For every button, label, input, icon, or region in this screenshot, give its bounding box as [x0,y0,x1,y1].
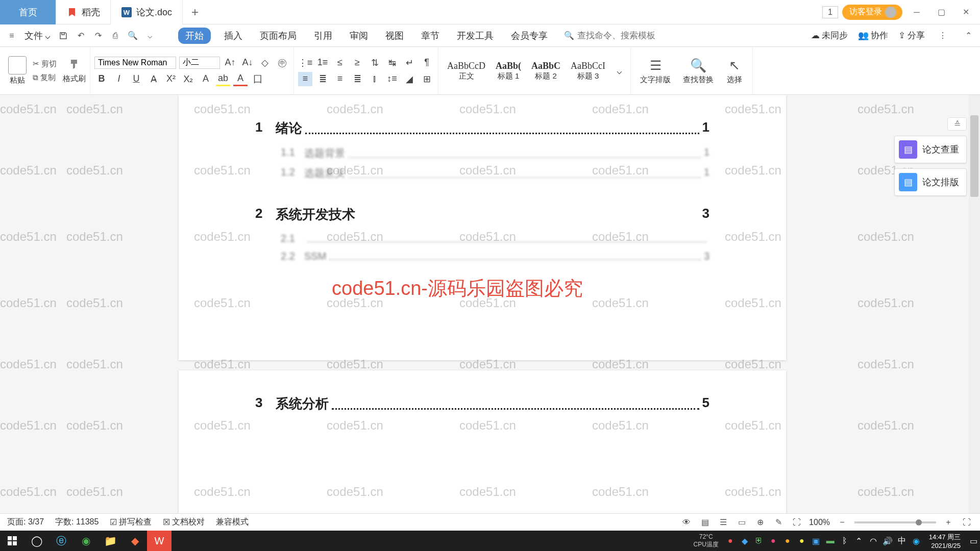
tray-icon[interactable]: ◉ [910,534,923,547]
wifi-icon[interactable]: ◠ [867,534,880,547]
word-count[interactable]: 字数: 11385 [55,517,99,528]
align-right-icon[interactable]: ≡ [333,72,347,86]
redo-icon[interactable]: ↷ [90,28,106,43]
zoom-in-button[interactable]: + [942,516,954,529]
text-layout-button[interactable]: ☰文字排版 [635,57,676,85]
fit-icon[interactable]: ⛶ [791,516,803,529]
font-size-select[interactable] [179,57,220,69]
print-icon[interactable]: ⎙ [108,28,123,43]
subscript-icon[interactable]: X₂ [181,72,195,86]
tray-icon[interactable]: ◆ [738,534,751,547]
taskbar-clock[interactable]: 14:47 周三 2021/8/25 [924,533,966,549]
preview-icon[interactable]: 🔍 [125,28,140,43]
panel-toggle-button[interactable]: ≙ [947,117,967,131]
shading-icon[interactable]: ◢ [402,72,416,86]
menu-tab-vip[interactable]: 会员专享 [507,28,552,44]
cut-button[interactable]: ✂剪切 [33,59,57,69]
font-name-select[interactable] [94,57,176,69]
ime-indicator[interactable]: 中 [895,534,909,547]
select-button[interactable]: ↖选择 [721,57,748,85]
font-color-icon[interactable]: A [233,72,248,86]
tab-char-icon[interactable]: ↹ [385,56,399,70]
share-button[interactable]: ⇪分享 [898,30,925,41]
read-view-icon[interactable]: ▭ [736,516,748,529]
increase-font-icon[interactable]: A↑ [223,56,237,70]
menu-tab-review[interactable]: 审阅 [346,28,372,44]
bluetooth-icon[interactable]: ᛒ [838,534,851,547]
style-normal[interactable]: AaBbCcD正文 [443,59,490,83]
document-page[interactable]: 3系统分析5 [179,370,786,531]
collab-button[interactable]: 👥协作 [858,30,888,41]
find-replace-button[interactable]: 🔍查找替换 [678,57,719,85]
phonetic-icon[interactable]: ㊥ [275,56,289,70]
bold-icon[interactable]: B [94,72,109,86]
text-effects-icon[interactable]: A [199,72,213,86]
style-heading2[interactable]: AaBbC标题 2 [527,59,565,83]
app-icon[interactable]: ◆ [122,531,147,551]
minimize-button[interactable]: ─ [906,2,927,22]
tab-add-button[interactable]: + [183,0,207,24]
chevron-up-icon[interactable]: ⌃ [852,534,866,547]
outline-view-icon[interactable]: ☰ [717,516,729,529]
page-indicator[interactable]: 页面: 3/37 [7,517,44,528]
tab-docker[interactable]: 稻壳 [56,0,111,24]
file-menu[interactable]: 文件⌵ [21,30,54,42]
increase-indent-icon[interactable]: ≥ [350,56,364,70]
command-search[interactable]: 🔍 [564,31,679,41]
highlight-icon[interactable]: ab [216,72,230,86]
italic-icon[interactable]: I [112,72,126,86]
wps-icon[interactable]: W [147,531,172,551]
vertical-scrollbar[interactable] [969,95,980,531]
tray-icon[interactable]: ⛨ [752,534,766,547]
document-workspace[interactable]: 1绪论1 1.1选题背景1 1.2选题意义1 2系统开发技术3 2.1 2.2S… [0,95,969,531]
explorer-icon[interactable]: 📁 [98,531,122,551]
align-center-icon[interactable]: ≣ [315,72,330,86]
web-view-icon[interactable]: ⊕ [754,516,766,529]
zoom-out-button[interactable]: − [836,516,848,529]
hamburger-icon[interactable]: ≡ [4,28,19,43]
strikethrough-icon[interactable]: A̵ [146,72,161,86]
tray-icon[interactable]: ● [795,534,808,547]
ie-icon[interactable]: ⓔ [49,531,74,551]
menu-tab-chapter[interactable]: 章节 [417,28,444,44]
line-spacing-icon[interactable]: ↕≡ [385,72,399,86]
distribute-icon[interactable]: ⫿ [368,72,382,86]
sort-icon[interactable]: ⇅ [368,56,382,70]
page-view-icon[interactable]: ▤ [699,516,711,529]
style-more-icon[interactable]: ⌵ [612,64,626,78]
close-button[interactable]: ✕ [955,2,976,22]
fullscreen-icon[interactable]: ⛶ [961,516,973,529]
save-icon[interactable] [56,28,71,43]
decrease-indent-icon[interactable]: ≤ [333,56,347,70]
chevron-down-icon[interactable]: ⌵ [142,28,158,43]
maximize-button[interactable]: ▢ [931,2,951,22]
menu-tab-layout[interactable]: 页面布局 [256,28,301,44]
unsync-button[interactable]: ☁未同步 [811,30,848,41]
volume-icon[interactable]: 🔊 [881,534,894,547]
proofread-button[interactable]: ☒文档校对 [163,517,205,528]
bullets-icon[interactable]: ⋮≡ [298,56,312,70]
align-left-icon[interactable]: ≡ [298,72,312,86]
clear-format-icon[interactable]: ◇ [258,56,272,70]
line-break-icon[interactable]: ↵ [402,56,416,70]
more-icon[interactable]: ⋮ [935,28,950,43]
edge-icon[interactable]: ◉ [74,531,98,551]
paste-button[interactable]: 粘贴 [8,56,27,85]
document-page[interactable]: 1绪论1 1.1选题背景1 1.2选题意义1 2系统开发技术3 2.1 2.2S… [179,95,786,360]
char-border-icon[interactable]: 囗 [251,72,265,86]
guest-login-button[interactable]: 访客登录 [842,5,902,20]
tab-home[interactable]: 首页 [0,0,56,24]
style-heading1[interactable]: AaBb(标题 1 [491,59,526,83]
copy-button[interactable]: ⧉复制 [33,73,57,83]
collapse-ribbon-icon[interactable]: ⌃ [961,28,976,43]
menu-tab-start[interactable]: 开始 [178,28,211,44]
slider-thumb[interactable] [916,519,922,525]
menu-tab-view[interactable]: 视图 [381,28,408,44]
tray-icon[interactable]: ● [781,534,794,547]
zoom-level[interactable]: 100% [809,518,830,527]
scrollbar-thumb[interactable] [970,115,978,197]
menu-tab-insert[interactable]: 插入 [220,28,247,44]
tab-current[interactable]: W 论文.doc [111,0,183,24]
start-button[interactable] [0,531,24,551]
cortana-icon[interactable]: ◯ [24,531,49,551]
